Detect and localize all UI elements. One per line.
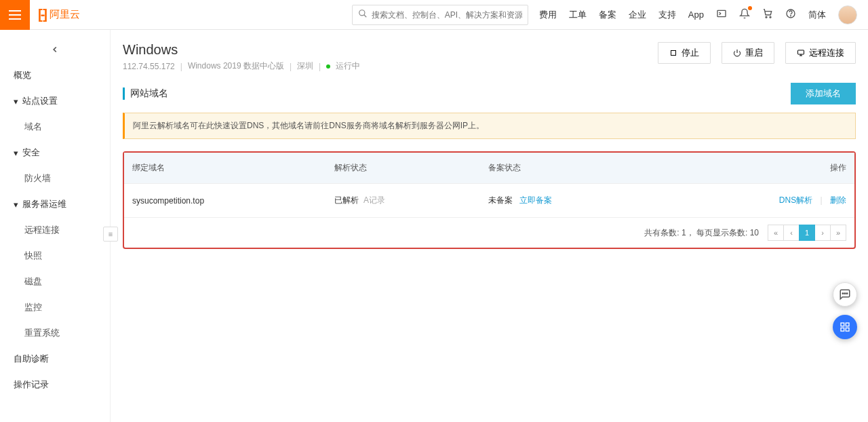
section-title: 网站域名 bbox=[123, 88, 168, 100]
pagination-summary: 共有条数: 1， 每页显示条数: 10 bbox=[644, 227, 759, 239]
cell-domain: sysucompetition.top bbox=[124, 184, 326, 218]
table-footer: 共有条数: 1， 每页显示条数: 10 « ‹ 1 › » bbox=[124, 217, 854, 248]
svg-point-4 bbox=[770, 16, 771, 18]
server-os: Windows 2019 数据中心版 bbox=[188, 60, 284, 72]
sidebar-item-reset[interactable]: 重置系统 bbox=[0, 320, 110, 346]
nav-filing[interactable]: 备案 bbox=[599, 9, 616, 21]
filing-link[interactable]: 立即备案 bbox=[519, 195, 552, 205]
sidebar-item-label: 磁盘 bbox=[24, 275, 42, 288]
button-label: 停止 bbox=[682, 47, 699, 59]
svg-rect-7 bbox=[671, 51, 676, 56]
help-icon[interactable] bbox=[785, 8, 796, 21]
svg-rect-2 bbox=[717, 10, 726, 16]
logo-bracket-icon: [-] bbox=[38, 7, 45, 22]
restart-button[interactable]: 重启 bbox=[722, 42, 774, 64]
server-region: 深圳 bbox=[297, 60, 313, 72]
sidebar-item-label: 重置系统 bbox=[24, 327, 60, 339]
avatar[interactable] bbox=[838, 5, 857, 24]
button-label: 远程连接 bbox=[809, 47, 844, 59]
pager-next[interactable]: › bbox=[814, 225, 831, 241]
sidebar-group-site[interactable]: ▾站点设置 bbox=[0, 88, 110, 114]
status-dot-icon bbox=[326, 64, 330, 69]
sidebar-item-overview[interactable]: 概览 bbox=[0, 62, 110, 88]
sidebar-item-domain[interactable]: 域名 bbox=[0, 114, 110, 140]
nav-app[interactable]: App bbox=[688, 9, 704, 20]
cart-icon[interactable] bbox=[762, 8, 773, 21]
svg-point-6 bbox=[791, 16, 791, 16]
global-search[interactable] bbox=[352, 5, 528, 25]
brand-name: 阿里云 bbox=[50, 8, 80, 21]
th-domain: 绑定域名 bbox=[124, 153, 326, 184]
server-ip: 112.74.55.172 bbox=[123, 62, 175, 71]
delete-link[interactable]: 删除 bbox=[830, 195, 846, 205]
monitor-icon bbox=[797, 49, 805, 57]
table-row: sysucompetition.top 已解析 A记录 未备案 立即备案 DNS… bbox=[124, 184, 854, 218]
svg-point-13 bbox=[844, 293, 846, 294]
sidebar-item-label: 站点设置 bbox=[22, 95, 58, 107]
svg-point-14 bbox=[846, 293, 848, 294]
sidebar-item-firewall[interactable]: 防火墙 bbox=[0, 166, 110, 191]
float-apps-button[interactable] bbox=[833, 315, 857, 339]
nav-support[interactable]: 支持 bbox=[658, 9, 676, 21]
svg-point-0 bbox=[359, 10, 365, 16]
chevron-left-icon bbox=[50, 45, 60, 54]
float-chat-button[interactable] bbox=[833, 282, 857, 307]
sidebar-item-label: 操作记录 bbox=[14, 379, 49, 391]
pager-last[interactable]: » bbox=[830, 225, 846, 241]
sidebar-group-security[interactable]: ▾安全 bbox=[0, 140, 110, 166]
sidebar-item-disk[interactable]: 磁盘 bbox=[0, 269, 110, 294]
svg-rect-16 bbox=[846, 323, 849, 326]
sidebar-item-label: 安全 bbox=[22, 147, 40, 159]
topbar: [-] 阿里云 费用 工单 备案 企业 支持 App 简体 bbox=[0, 0, 868, 30]
caret-down-icon: ▾ bbox=[14, 148, 18, 158]
page-header: Windows 112.74.55.172 | Windows 2019 数据中… bbox=[123, 42, 856, 72]
chat-icon bbox=[839, 288, 851, 301]
filing-status: 未备案 bbox=[488, 195, 513, 205]
menu-toggle[interactable] bbox=[0, 0, 30, 30]
tip-text: 阿里云解析域名可在此快速设置DNS，其他域名请前往DNS服务商将域名解析到服务器… bbox=[133, 121, 484, 130]
add-domain-button[interactable]: 添加域名 bbox=[791, 83, 856, 104]
caret-down-icon: ▾ bbox=[14, 199, 18, 210]
nav-enterprise[interactable]: 企业 bbox=[629, 9, 646, 21]
pager-first[interactable]: « bbox=[768, 225, 784, 241]
svg-rect-9 bbox=[798, 50, 804, 54]
pager-prev[interactable]: ‹ bbox=[783, 225, 800, 241]
topbar-links: 费用 工单 备案 企业 支持 App 简体 bbox=[539, 5, 868, 24]
svg-rect-17 bbox=[846, 328, 849, 331]
search-icon bbox=[358, 9, 368, 20]
resolve-status: 已解析 bbox=[334, 195, 359, 205]
sidebar-item-monitor[interactable]: 监控 bbox=[0, 294, 110, 320]
nav-lang[interactable]: 简体 bbox=[808, 9, 826, 21]
stop-button[interactable]: 停止 bbox=[658, 42, 711, 64]
sidebar-item-snapshot[interactable]: 快照 bbox=[0, 243, 110, 269]
caret-down-icon: ▾ bbox=[14, 96, 18, 107]
notification-dot bbox=[748, 6, 752, 10]
brand-logo[interactable]: [-] 阿里云 bbox=[38, 7, 80, 22]
sidebar-group-ops[interactable]: ▾服务器运维 bbox=[0, 191, 110, 217]
sidebar-item-diagnosis[interactable]: 自助诊断 bbox=[0, 346, 110, 372]
server-status: 运行中 bbox=[336, 60, 360, 72]
nav-fees[interactable]: 费用 bbox=[539, 9, 557, 21]
sidebar-item-remote[interactable]: 远程连接 bbox=[0, 217, 110, 243]
bell-icon[interactable] bbox=[739, 8, 750, 21]
domain-table-wrapper: 绑定域名 解析状态 备案状态 操作 sysucompetition.top 已解… bbox=[123, 151, 856, 249]
terminal-icon[interactable] bbox=[716, 8, 727, 21]
info-tip: 阿里云解析域名可在此快速设置DNS，其他域名请前往DNS服务商将域名解析到服务器… bbox=[123, 113, 856, 139]
sidebar-item-label: 监控 bbox=[24, 301, 42, 313]
stop-icon bbox=[669, 49, 677, 57]
pager-page-1[interactable]: 1 bbox=[799, 225, 815, 241]
sidebar-item-label: 自助诊断 bbox=[14, 353, 49, 365]
th-resolve: 解析状态 bbox=[326, 153, 480, 184]
sidebar-back[interactable] bbox=[0, 39, 110, 62]
sidebar-item-label: 远程连接 bbox=[24, 224, 60, 236]
cell-filing: 未备案 立即备案 bbox=[480, 184, 663, 218]
sidebar-item-label: 快照 bbox=[24, 250, 42, 262]
remote-button[interactable]: 远程连接 bbox=[785, 42, 856, 64]
search-input[interactable] bbox=[372, 10, 522, 20]
sidebar-item-label: 防火墙 bbox=[24, 172, 51, 185]
resolve-type: A记录 bbox=[363, 195, 385, 205]
nav-ticket[interactable]: 工单 bbox=[569, 9, 587, 21]
sidebar-item-logs[interactable]: 操作记录 bbox=[0, 372, 110, 398]
dns-link[interactable]: DNS解析 bbox=[779, 195, 812, 205]
sidebar-collapse-toggle[interactable]: ≡ bbox=[103, 227, 118, 242]
